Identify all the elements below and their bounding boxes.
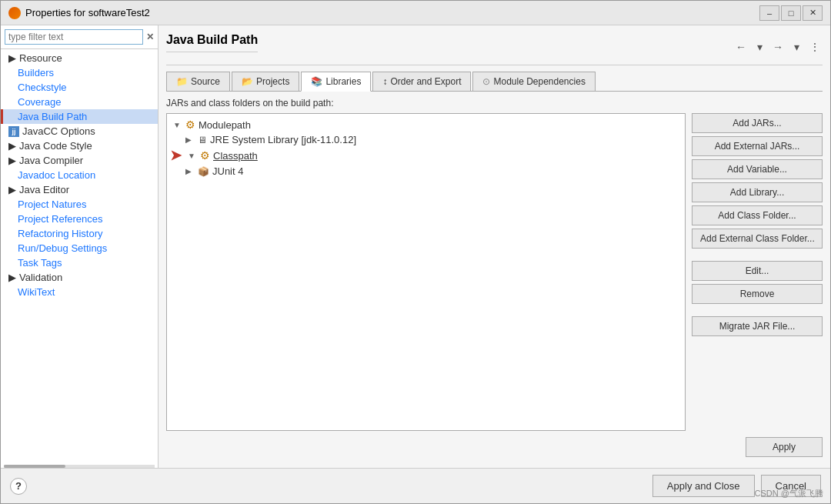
search-input[interactable] [5,29,143,45]
sidebar-item-project-references[interactable]: Project References [1,212,158,226]
build-path-description: JARs and class folders on the build path… [166,98,823,108]
title-bar: Properties for softwareTest2 – □ ✕ [1,1,830,25]
bottom-apply-row: Apply [166,431,823,460]
expand-icon: ▶ [8,140,16,152]
expand-icon: ▶ [185,135,195,144]
sidebar-item-wikitext[interactable]: WikiText [1,285,158,299]
help-button[interactable]: ? [10,478,27,495]
red-arrow-annotation: ➤ [170,147,182,164]
edit-button[interactable]: Edit... [692,261,823,281]
search-box: ✕ [1,25,158,49]
add-external-class-folder-button[interactable]: Add External Class Folder... [692,229,823,249]
add-variable-button[interactable]: Add Variable... [692,159,823,179]
sidebar-item-task-tags[interactable]: Task Tags [1,255,158,270]
sidebar-item-java-compiler[interactable]: ▶ Java Compiler [1,153,158,168]
nav-arrows: ← ▾ → ▾ ⋮ [733,39,823,55]
sidebar-item-label: Javadoc Location [18,169,95,181]
tab-source[interactable]: 📁 Source [166,72,230,91]
sidebar-item-resource[interactable]: ▶ Resource [1,51,158,65]
back-button[interactable]: ← [733,39,749,55]
dialog-body: ✕ ▶ Resource Builders Checkstyle [1,25,830,468]
sidebar-item-javadoc-location[interactable]: Javadoc Location [1,168,158,182]
sidebar-item-label: Java Code Style [19,140,92,152]
expand-icon: ▼ [188,152,197,160]
libraries-tab-icon: 📚 [311,76,322,87]
add-library-button[interactable]: Add Library... [692,182,823,202]
classpath-icon: ⚙ [200,149,210,162]
apply-button[interactable]: Apply [746,437,823,457]
order-export-tab-icon: ↕ [382,76,387,87]
migrate-jar-button[interactable]: Migrate JAR File... [692,316,823,336]
tabs-container: 📁 Source 📂 Projects 📚 Libraries ↕ Order … [166,72,823,92]
remove-button[interactable]: Remove [692,284,823,304]
sidebar-item-coverage[interactable]: Coverage [1,95,158,109]
tab-libraries[interactable]: 📚 Libraries [301,72,371,92]
sidebar-item-run-debug-settings[interactable]: Run/Debug Settings [1,241,158,255]
sidebar-item-builders[interactable]: Builders [1,65,158,80]
main-content: Java Build Path ← ▾ → ▾ ⋮ 📁 Source 📂 Pro… [159,25,830,468]
sidebar-item-java-build-path[interactable]: Java Build Path [1,109,158,124]
section-title: Java Build Path [166,33,258,52]
add-class-folder-button[interactable]: Add Class Folder... [692,205,823,225]
search-clear-button[interactable]: ✕ [146,32,154,42]
add-external-jars-button[interactable]: Add External JARs... [692,136,823,156]
add-jars-button[interactable]: Add JARs... [692,113,823,133]
sidebar: ✕ ▶ Resource Builders Checkstyle [1,25,159,468]
tab-module-dependencies[interactable]: ⊙ Module Dependencies [472,72,595,91]
dialog-icon [8,7,21,19]
sidebar-item-java-code-style[interactable]: ▶ Java Code Style [1,139,158,153]
title-bar-left: Properties for softwareTest2 [8,7,150,19]
projects-tab-icon: 📂 [242,76,253,87]
tree-item-jre-system-library[interactable]: ▶ 🖥 JRE System Library [jdk-11.0.12] [170,132,682,147]
module-dependencies-tab-icon: ⊙ [482,76,490,87]
sidebar-list: ▶ Resource Builders Checkstyle Coverage [1,49,158,465]
sidebar-item-refactoring-history[interactable]: Refactoring History [1,226,158,241]
sidebar-item-label: Coverage [18,96,61,108]
expand-icon: ▶ [8,184,16,195]
expand-icon: ▶ [8,272,16,283]
main-header: Java Build Path ← ▾ → ▾ ⋮ [166,33,823,65]
tab-order-export[interactable]: ↕ Order and Export [372,72,471,91]
sidebar-item-label: Java Editor [19,184,69,195]
context-menu-button[interactable]: ⋮ [807,39,823,55]
minimize-button[interactable]: – [759,5,779,21]
sidebar-item-project-natures[interactable]: Project Natures [1,197,158,212]
sidebar-item-label: Task Tags [18,257,62,269]
modulepath-icon: ⚙ [185,118,195,131]
expand-icon: ▼ [173,121,182,129]
source-tab-icon: 📁 [176,76,188,87]
close-button[interactable]: ✕ [803,5,823,21]
sidebar-item-label: Builders [18,67,54,78]
tree-item-junit4[interactable]: ▶ 📦 JUnit 4 [170,164,682,179]
jre-icon: 🖥 [198,135,207,145]
forward-dropdown-button[interactable]: ▾ [789,39,804,55]
tree-item-modulepath[interactable]: ▼ ⚙ Modulepath [170,117,682,132]
expand-icon: ▶ [8,52,16,64]
sidebar-item-label: Checkstyle [18,82,67,93]
dialog-footer: ? Apply and Close Cancel [1,468,830,503]
tab-projects[interactable]: 📂 Projects [232,72,299,91]
junit-icon: 📦 [198,166,209,177]
nav-dropdown-button[interactable]: ▾ [752,39,767,55]
tree-panel: ▼ ⚙ Modulepath ▶ 🖥 JRE System Library [j… [166,113,686,431]
sidebar-item-label: Java Compiler [19,155,83,166]
maximize-button[interactable]: □ [781,5,801,21]
forward-button[interactable]: → [770,39,786,55]
javacc-icon: jj [8,126,19,137]
sidebar-item-java-editor[interactable]: ▶ Java Editor [1,182,158,197]
footer-left: ? [10,478,27,495]
sidebar-item-javacc-options[interactable]: jj JavaCC Options [1,124,158,139]
sidebar-item-label: Run/Debug Settings [18,242,107,254]
expand-icon: ▶ [8,155,16,166]
sidebar-item-label: Resource [19,52,62,64]
sidebar-item-validation[interactable]: ▶ Validation [1,270,158,285]
sidebar-item-label: Project Natures [18,199,87,210]
classpath-row: ➤ ▼ ⚙ Classpath [170,147,682,164]
properties-dialog: Properties for softwareTest2 – □ ✕ ✕ ▶ R… [0,0,831,504]
expand-icon: ▶ [185,167,195,175]
apply-and-close-button[interactable]: Apply and Close [652,475,755,497]
sidebar-item-checkstyle[interactable]: Checkstyle [1,80,158,95]
sidebar-item-label: Validation [19,272,62,283]
sidebar-item-label: Project References [18,213,103,225]
tree-item-classpath[interactable]: ▼ ⚙ Classpath [185,148,682,163]
